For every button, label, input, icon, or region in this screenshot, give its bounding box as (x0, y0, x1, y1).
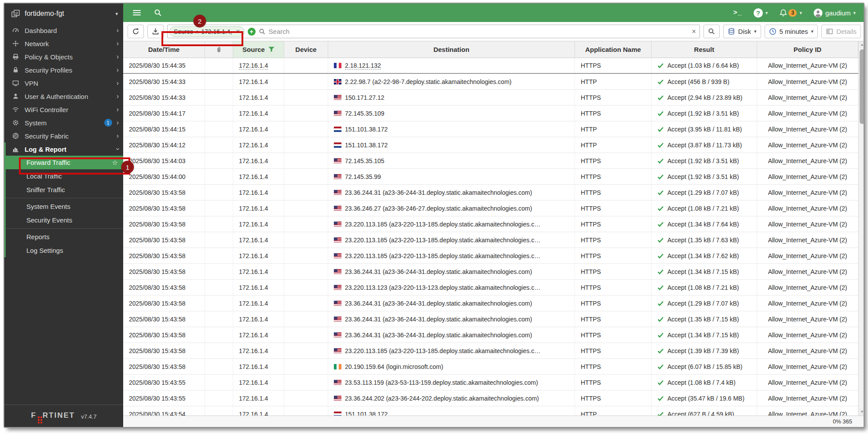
destination-ip[interactable]: 2.22.98.7 (a2-22-98-7.deploy.static.akam… (345, 78, 512, 85)
source-ip[interactable]: 172.16.1.4 (239, 300, 268, 307)
log-row[interactable]: 2025/08/30 15:43:58172.16.1.423.36.244.3… (123, 327, 858, 343)
sidebar-item-log-report[interactable]: Log & Report› (6, 142, 123, 156)
cli-console-button[interactable]: >_ (733, 9, 742, 17)
destination-ip[interactable]: 151.101.38.172 (345, 411, 388, 416)
scroll-down-arrow[interactable]: ▼ (859, 408, 864, 416)
policy-link[interactable]: Allow_Internet_Azure-VM (2) (768, 316, 847, 323)
source-ip[interactable]: 172.16.1.4 (239, 252, 268, 259)
log-row[interactable]: 2025/08/30 15:43:58172.16.1.423.36.246.2… (123, 201, 858, 216)
source-ip[interactable]: 172.16.1.4 (239, 142, 268, 149)
sidebar-item-security-fabric[interactable]: Security Fabric› (4, 129, 123, 142)
source-ip[interactable]: 172.16.1.4 (239, 110, 268, 117)
sidebar-item-system-events[interactable]: System Events (6, 200, 123, 213)
destination-ip[interactable]: 23.36.246.27 (a23-36-246-27.deploy.stati… (345, 205, 532, 212)
sidebar-item-log-settings[interactable]: Log Settings (6, 244, 123, 257)
search-input[interactable] (269, 28, 689, 35)
global-search-icon[interactable] (154, 9, 162, 17)
policy-link[interactable]: Allow_Internet_Azure-VM (2) (768, 363, 847, 370)
destination-ip[interactable]: 23.36.244.31 (a23-36-244-31.deploy.stati… (345, 316, 532, 323)
log-row[interactable]: 2025/08/30 15:44:00172.16.1.472.145.35.9… (123, 169, 858, 185)
column-header-result[interactable]: Result (652, 41, 757, 58)
policy-link[interactable]: Allow_Internet_Azure-VM (2) (768, 237, 847, 244)
favorite-star-icon[interactable]: ☆ (112, 159, 118, 167)
policy-link[interactable]: Allow_Internet_Azure-VM (2) (768, 173, 847, 180)
log-row[interactable]: 2025/08/30 15:44:33172.16.1.4150.171.27.… (123, 90, 858, 106)
remove-filter-icon[interactable]: × (236, 28, 240, 35)
policy-link[interactable]: Allow_Internet_Azure-VM (2) (768, 252, 847, 259)
help-menu[interactable]: ? ▾ (754, 8, 768, 18)
sidebar-item-reports[interactable]: Reports (6, 230, 123, 244)
log-row[interactable]: 2025/08/30 15:43:58172.16.1.423.36.244.3… (123, 295, 858, 311)
destination-ip[interactable]: 23.220.113.185 (a23-220-113-185.deploy.s… (345, 252, 540, 259)
policy-link[interactable]: Allow_Internet_Azure-VM (2) (768, 221, 847, 228)
sidebar-item-network[interactable]: Network› (4, 37, 123, 50)
sidebar-item-sniffer-traffic[interactable]: Sniffer Traffic (6, 183, 123, 197)
source-ip[interactable]: 172.16.1.4 (239, 237, 268, 244)
destination-ip[interactable]: 20.190.159.64 (login.microsoft.com) (345, 363, 443, 370)
log-row[interactable]: 2025/08/30 15:43:55172.16.1.423.53.113.1… (123, 375, 858, 390)
policy-link[interactable]: Allow_Internet_Azure-VM (2) (768, 110, 847, 117)
destination-ip[interactable]: 23.220.113.185 (a23-220-113-185.deploy.s… (345, 221, 540, 228)
log-row[interactable]: 2025/08/30 15:44:17172.16.1.472.145.35.1… (123, 106, 858, 121)
column-header-destination[interactable]: Destination (328, 41, 575, 58)
destination-ip[interactable]: 23.36.244.31 (a23-36-244-31.deploy.stati… (345, 332, 532, 339)
search-submit-button[interactable] (703, 25, 720, 38)
source-ip[interactable]: 172.16.1.4 (239, 363, 268, 370)
destination-ip[interactable]: 151.101.38.172 (345, 126, 388, 133)
notifications-menu[interactable]: 3 ▾ (779, 9, 802, 17)
log-row[interactable]: 2025/08/30 15:44:35172.16.1.42.18.121.13… (123, 58, 858, 74)
log-row[interactable]: 2025/08/30 15:43:58172.16.1.420.190.159.… (123, 359, 858, 375)
download-log-button[interactable] (147, 25, 164, 38)
policy-link[interactable]: Allow_Internet_Azure-VM (2) (768, 94, 847, 101)
log-row[interactable]: 2025/08/30 15:43:58172.16.1.423.220.113.… (123, 343, 858, 359)
policy-link[interactable]: Allow_Internet_Azure-VM (2) (768, 395, 847, 402)
destination-ip[interactable]: 23.36.244.202 (a23-36-244-202.deploy.sta… (345, 395, 539, 402)
source-ip[interactable]: 172.16.1.4 (239, 411, 268, 416)
refresh-button[interactable] (128, 25, 144, 38)
source-ip[interactable]: 172.16.1.4 (239, 347, 268, 354)
destination-ip[interactable]: 72.145.35.105 (345, 157, 385, 164)
sidebar-item-local-traffic[interactable]: Local Traffic (6, 169, 123, 183)
sidebar-item-security-events[interactable]: Security Events (6, 213, 123, 227)
column-header-application-name[interactable]: Application Name (575, 41, 652, 58)
source-filter-pill[interactable]: Source ∩ 172.16.1.4, × (169, 26, 245, 37)
column-header-date-time[interactable]: Date/Time (123, 41, 205, 58)
add-filter-icon[interactable]: + (248, 28, 256, 36)
sidebar-item-system[interactable]: System1› (4, 116, 123, 129)
source-ip[interactable]: 172.16.1.4 (239, 395, 268, 402)
source-ip[interactable]: 172.16.1.4 (239, 62, 268, 69)
source-ip[interactable]: 172.16.1.4 (239, 94, 268, 101)
policy-link[interactable]: Allow_Internet_Azure-VM (2) (768, 189, 847, 196)
policy-link[interactable]: Allow_Internet_Azure-VM (2) (768, 284, 847, 291)
log-row[interactable]: 2025/08/30 15:43:58172.16.1.423.36.244.3… (123, 311, 858, 327)
destination-ip[interactable]: 72.145.35.109 (345, 110, 385, 117)
sidebar-item-security-profiles[interactable]: Security Profiles› (4, 63, 123, 77)
vertical-scrollbar[interactable]: ▲ ▼ (858, 41, 864, 416)
log-row[interactable]: 2025/08/30 15:43:58172.16.1.423.36.244.3… (123, 264, 858, 280)
destination-ip[interactable]: 2.18.121.132 (345, 62, 381, 69)
sidebar-item-dashboard[interactable]: Dashboard› (4, 24, 123, 37)
scroll-up-arrow[interactable]: ▲ (859, 41, 864, 48)
column-header-device[interactable]: Device (284, 41, 328, 58)
destination-ip[interactable]: 150.171.27.12 (345, 94, 385, 101)
policy-link[interactable]: Allow_Internet_Azure-VM (2) (768, 205, 847, 212)
source-ip[interactable]: 172.16.1.4 (239, 379, 268, 386)
details-button[interactable]: Details (821, 25, 861, 38)
clear-search-icon[interactable]: × (692, 28, 696, 35)
sidebar-item-forward-traffic[interactable]: Forward Traffic☆ (6, 156, 123, 169)
destination-ip[interactable]: 23.220.113.123 (a23-220-113-123.deploy.s… (345, 284, 540, 291)
policy-link[interactable]: Allow_Internet_Azure-VM (2) (768, 347, 847, 354)
sidebar-item-wifi-controller[interactable]: WiFi Controller› (4, 103, 123, 116)
source-ip[interactable]: 172.16.1.4 (239, 284, 268, 291)
log-row[interactable]: 2025/08/30 15:43:55172.16.1.423.36.244.2… (123, 390, 858, 406)
policy-link[interactable]: Allow_Internet_Azure-VM (2) (768, 379, 847, 386)
source-ip[interactable]: 172.16.1.4 (239, 316, 268, 323)
source-ip[interactable]: 172.16.1.4 (239, 268, 268, 275)
source-ip[interactable]: 172.16.1.4 (239, 126, 268, 133)
sidebar-item-vpn[interactable]: VPN› (4, 77, 123, 90)
log-row[interactable]: 2025/08/30 15:44:15172.16.1.4151.101.38.… (123, 121, 858, 137)
sidebar-item-user-authentication[interactable]: User & Authentication› (4, 90, 123, 103)
log-row[interactable]: 2025/08/30 15:44:12172.16.1.4151.101.38.… (123, 137, 858, 153)
source-ip[interactable]: 172.16.1.4 (239, 78, 268, 85)
source-ip[interactable]: 172.16.1.4 (239, 189, 268, 196)
